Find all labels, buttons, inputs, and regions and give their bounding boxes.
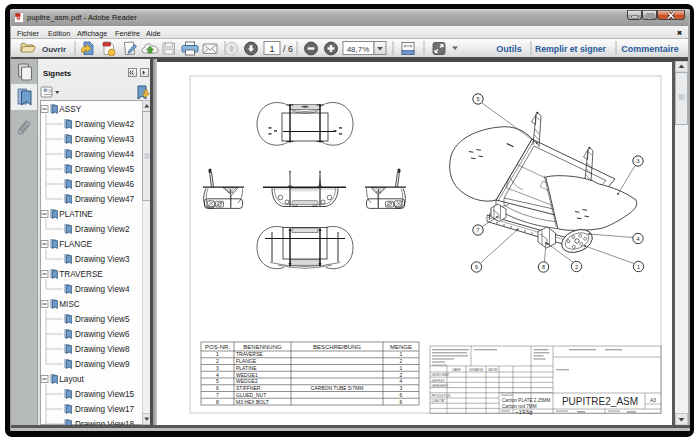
svg-text:6: 6: [400, 399, 403, 405]
svg-text:Drawing View6: Drawing View6: [75, 330, 130, 339]
svg-text:Drawing View15: Drawing View15: [75, 390, 134, 399]
svg-text:WEDGE2: WEDGE2: [236, 378, 258, 384]
svg-text:Drawing View2: Drawing View2: [75, 225, 130, 234]
svg-text:Commentaire: Commentaire: [621, 44, 679, 54]
svg-text:1: 1: [400, 351, 403, 357]
svg-text:TRAVERSE: TRAVERSE: [236, 351, 263, 357]
svg-text:MISC: MISC: [59, 300, 80, 309]
svg-text:Outils: Outils: [496, 44, 522, 54]
svg-text:6: 6: [475, 264, 478, 270]
svg-text:PUPITRE2_ASM: PUPITRE2_ASM: [562, 396, 638, 407]
svg-text:GEPRUFT: GEPRUFT: [432, 379, 446, 383]
svg-text:Drawing View5: Drawing View5: [75, 315, 130, 324]
svg-text:BESCHREIBUNG: BESCHREIBUNG: [313, 344, 361, 350]
svg-text:FLANGE: FLANGE: [59, 240, 92, 249]
svg-text:Drawing View44: Drawing View44: [75, 150, 134, 159]
svg-text:MENGE: MENGE: [390, 344, 412, 350]
svg-text:WEDGE1: WEDGE1: [236, 372, 258, 378]
svg-text:A3: A3: [650, 397, 656, 403]
svg-text:QUALITAT: QUALITAT: [432, 399, 446, 403]
svg-text:6: 6: [216, 385, 219, 391]
svg-text:8: 8: [542, 264, 545, 270]
svg-text:1: 1: [400, 365, 403, 371]
svg-text:PLATINE: PLATINE: [59, 210, 93, 219]
svg-text:8: 8: [216, 399, 219, 405]
svg-text:Drawing View9: Drawing View9: [75, 360, 130, 369]
svg-text:GLUED_NUT: GLUED_NUT: [236, 392, 266, 398]
svg-text:Drawing View43: Drawing View43: [75, 135, 134, 144]
svg-text:2: 2: [400, 358, 403, 364]
svg-text:5: 5: [476, 96, 479, 102]
svg-text:ASSY: ASSY: [59, 105, 81, 114]
svg-text:STIFFNER: STIFFNER: [236, 385, 261, 391]
svg-text:PRODUKTION: PRODUKTION: [432, 394, 451, 398]
svg-text:4: 4: [216, 372, 219, 378]
svg-text:1: 1: [637, 264, 640, 270]
svg-text:M3 HEX BOLT: M3 HEX BOLT: [236, 399, 269, 405]
svg-text:3: 3: [400, 385, 403, 391]
svg-text:Carbon PLATE 2.25MM: Carbon PLATE 2.25MM: [502, 398, 551, 403]
svg-text:1: 1: [216, 351, 219, 357]
svg-text:~193g: ~193g: [515, 408, 533, 415]
svg-text:6: 6: [400, 392, 403, 398]
svg-text:Drawing View46: Drawing View46: [75, 180, 134, 189]
svg-text:5: 5: [216, 378, 219, 384]
svg-text:3: 3: [636, 158, 639, 164]
svg-text:2: 2: [575, 264, 578, 270]
svg-text:PLATINE: PLATINE: [236, 365, 257, 371]
svg-text:Drawing View3: Drawing View3: [75, 255, 130, 264]
svg-text:SIGNATUR: SIGNATUR: [469, 368, 483, 372]
svg-text:DATUM: DATUM: [488, 368, 498, 372]
svg-text:Remplir et signer: Remplir et signer: [535, 44, 607, 54]
svg-text:Drawing View17: Drawing View17: [75, 405, 134, 414]
svg-text:NAME: NAME: [452, 368, 460, 372]
svg-text:2: 2: [216, 358, 219, 364]
svg-text:Drawing View42: Drawing View42: [75, 120, 134, 129]
svg-text:48,7%: 48,7%: [347, 45, 370, 54]
svg-text:FLANGE: FLANGE: [236, 358, 257, 364]
svg-text:/ 6: / 6: [283, 44, 293, 54]
svg-text:7: 7: [476, 227, 479, 233]
svg-text:GENEHMIGT: GENEHMIGT: [432, 384, 449, 388]
svg-text:Ouvrir: Ouvrir: [42, 45, 66, 54]
svg-text:BENENNUNG: BENENNUNG: [243, 344, 282, 350]
svg-text:4: 4: [400, 378, 403, 384]
svg-text:Drawing View47: Drawing View47: [75, 195, 134, 204]
svg-text:1: 1: [269, 44, 274, 54]
svg-text:Drawing View45: Drawing View45: [75, 165, 134, 174]
svg-text:4: 4: [636, 236, 639, 242]
svg-text:CARBON TUBE 5/7MM: CARBON TUBE 5/7MM: [311, 385, 364, 391]
svg-text:Layout: Layout: [59, 375, 84, 384]
svg-text:2: 2: [400, 372, 403, 378]
svg-text:3: 3: [216, 365, 219, 371]
svg-text:7: 7: [216, 392, 219, 398]
svg-text:TRAVERSE: TRAVERSE: [59, 270, 103, 279]
svg-text:Drawing View4: Drawing View4: [75, 285, 130, 294]
svg-text:Drawing View8: Drawing View8: [75, 345, 130, 354]
svg-text:POS-NR.: POS-NR.: [205, 344, 230, 350]
svg-text:GEZEICHNET: GEZEICHNET: [432, 373, 450, 377]
